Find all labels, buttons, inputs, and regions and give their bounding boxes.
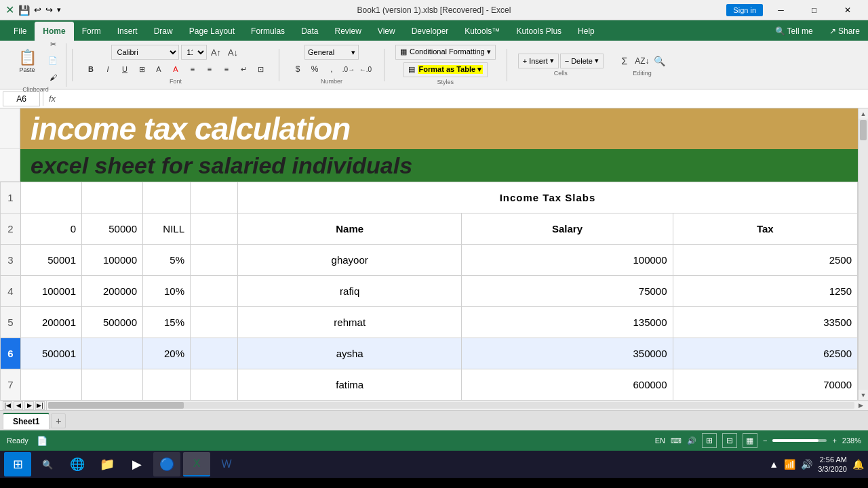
sheet-tab-sheet1[interactable]: Sheet1 — [3, 413, 50, 429]
merge-button[interactable]: ⊡ — [253, 62, 268, 77]
zoom-minus[interactable]: − — [763, 436, 767, 445]
font-name-select[interactable]: Calibri — [111, 45, 179, 60]
quick-access-save[interactable]: 💾 — [18, 5, 30, 16]
tab-review[interactable]: Review — [326, 22, 369, 41]
autosum-button[interactable]: Σ — [617, 54, 632, 68]
font-color-button[interactable]: A — [168, 62, 183, 77]
copy-button[interactable]: 📄 — [45, 54, 60, 68]
cell-d4[interactable] — [191, 276, 238, 307]
cell-c3[interactable]: 5% — [143, 245, 191, 276]
close-button[interactable]: ✕ — [832, 3, 863, 18]
decrease-decimal-button[interactable]: ←.0 — [358, 62, 373, 77]
cell-d7[interactable] — [191, 369, 238, 401]
currency-button[interactable]: $ — [290, 62, 305, 77]
taskbar-chrome[interactable]: 🔵 — [153, 452, 180, 476]
cell-c4[interactable]: 10% — [143, 276, 191, 307]
minimize-button[interactable]: ─ — [766, 3, 796, 18]
align-center-button[interactable]: ≡ — [202, 62, 217, 77]
cell-f7[interactable]: 600000 — [462, 369, 673, 401]
tab-insert[interactable]: Insert — [109, 22, 146, 41]
cell-g5[interactable]: 33500 — [673, 307, 857, 338]
cell-reference-box[interactable] — [3, 92, 40, 106]
cell-b6[interactable] — [82, 338, 143, 369]
add-sheet-button[interactable]: + — [51, 413, 66, 428]
taskbar-excel[interactable]: X — [183, 452, 210, 476]
zoom-slider[interactable] — [772, 439, 827, 442]
zoom-plus[interactable]: + — [832, 436, 836, 445]
scroll-right[interactable]: ▶ — [24, 401, 34, 410]
cell-f2-salary[interactable]: Salary — [462, 214, 673, 245]
cell-b3[interactable]: 100000 — [82, 245, 143, 276]
cell-a3[interactable]: 50001 — [21, 245, 82, 276]
h-scroll-track[interactable] — [48, 402, 854, 409]
cell-b5[interactable]: 500000 — [82, 307, 143, 338]
format-painter-button[interactable]: 🖌 — [45, 70, 60, 85]
wrap-text-button[interactable]: ↵ — [236, 62, 251, 77]
cell-e5[interactable]: rehmat — [238, 307, 462, 338]
scroll-down-arrow[interactable]: ▼ — [859, 390, 868, 400]
cell-g7[interactable]: 70000 — [673, 369, 857, 401]
quick-access-undo[interactable]: ↩ — [34, 5, 41, 15]
cell-f3[interactable]: 100000 — [462, 245, 673, 276]
format-as-table-button[interactable]: ▤ Format as Table ▾ — [403, 62, 488, 77]
tab-help[interactable]: Help — [570, 22, 603, 41]
cell-a5[interactable]: 200001 — [21, 307, 82, 338]
tab-page-layout[interactable]: Page Layout — [181, 22, 243, 41]
cell-e3[interactable]: ghayoor — [238, 245, 462, 276]
page-layout-view-button[interactable]: ⊟ — [722, 433, 737, 448]
page-break-view-button[interactable]: ▦ — [743, 433, 757, 448]
taskbar-arrow-icon[interactable]: ▲ — [769, 459, 778, 470]
cell-d6[interactable] — [191, 338, 238, 369]
taskbar-media[interactable]: ▶ — [123, 452, 151, 476]
taskbar-explorer[interactable]: 📁 — [94, 452, 121, 476]
italic-button[interactable]: I — [100, 62, 115, 77]
tab-share[interactable]: ↗ Share — [821, 22, 868, 41]
sort-button[interactable]: AZ↓ — [635, 54, 650, 68]
delete-button[interactable]: − Delete ▾ — [560, 54, 604, 68]
h-scroll-thumb[interactable] — [48, 402, 184, 409]
normal-view-button[interactable]: ⊞ — [702, 433, 717, 448]
scroll-track[interactable] — [859, 119, 868, 390]
align-right-button[interactable]: ≡ — [219, 62, 234, 77]
font-size-select[interactable]: 11 — [181, 45, 207, 60]
comma-button[interactable]: , — [324, 62, 339, 77]
h-scroll-right-arrow[interactable]: ▶ — [856, 401, 865, 410]
tab-formulas[interactable]: Formulas — [243, 22, 293, 41]
cell-g6[interactable]: 62500 — [673, 338, 857, 369]
tab-kutools[interactable]: Kutools™ — [456, 22, 508, 41]
scroll-thumb[interactable] — [860, 120, 867, 140]
cell-b7[interactable] — [82, 369, 143, 401]
percent-button[interactable]: % — [307, 62, 322, 77]
cell-d5[interactable] — [191, 307, 238, 338]
conditional-formatting-button[interactable]: ▦ Conditional Formatting ▾ — [395, 45, 496, 60]
tab-form[interactable]: Form — [74, 22, 109, 41]
cell-d2[interactable] — [191, 214, 238, 245]
scroll-left-most[interactable]: |◀ — [3, 401, 12, 410]
cell-e4[interactable]: rafiq — [238, 276, 462, 307]
tab-tell-me[interactable]: 🔍 Tell me — [767, 22, 821, 41]
tab-draw[interactable]: Draw — [146, 22, 181, 41]
cell-c1[interactable] — [143, 182, 191, 214]
vertical-scrollbar[interactable]: ▲ ▼ — [858, 108, 868, 400]
cell-b4[interactable]: 200000 — [82, 276, 143, 307]
number-format-dropdown[interactable]: General ▾ — [304, 45, 359, 60]
tab-view[interactable]: View — [370, 22, 403, 41]
cell-g3[interactable]: 2500 — [673, 245, 857, 276]
sign-in-button[interactable]: Sign in — [726, 4, 763, 16]
taskbar-ie[interactable]: 🌐 — [64, 452, 91, 476]
scroll-up-arrow[interactable]: ▲ — [859, 108, 868, 119]
cell-d1[interactable] — [191, 182, 238, 214]
taskbar-word[interactable]: W — [213, 452, 240, 476]
cell-a7[interactable] — [21, 369, 82, 401]
cell-g4[interactable]: 1250 — [673, 276, 857, 307]
cell-a1[interactable] — [21, 182, 82, 214]
formula-input[interactable] — [61, 92, 865, 106]
border-button[interactable]: ⊞ — [134, 62, 149, 77]
underline-button[interactable]: U — [117, 62, 132, 77]
cell-income-tax-slabs[interactable]: Income Tax Slabs — [238, 182, 858, 214]
cell-c5[interactable]: 15% — [143, 307, 191, 338]
increase-font-button[interactable]: A↑ — [209, 45, 224, 60]
cell-c7[interactable] — [143, 369, 191, 401]
cell-a2[interactable]: 0 — [21, 214, 82, 245]
cell-d3[interactable] — [191, 245, 238, 276]
